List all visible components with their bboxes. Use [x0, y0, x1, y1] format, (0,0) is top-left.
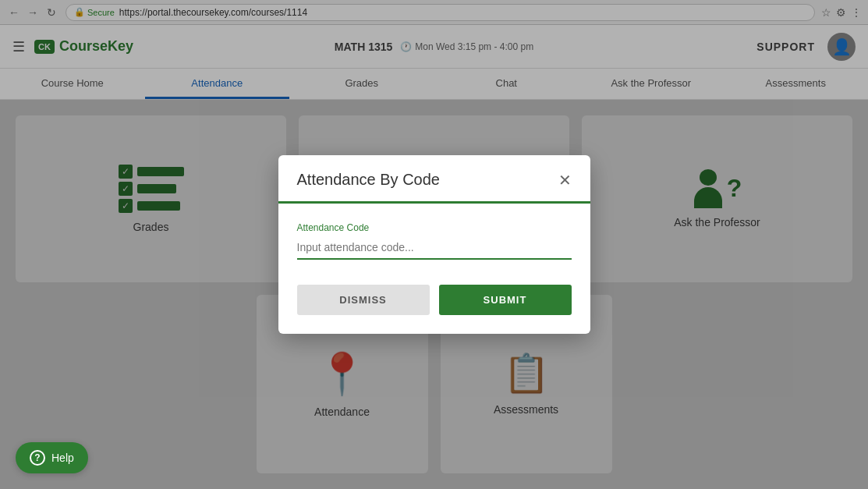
modal-body: Attendance Code — [278, 204, 590, 278]
modal-overlay: Attendance By Code ✕ Attendance Code DIS… — [0, 0, 868, 489]
help-label: Help — [51, 452, 74, 464]
help-button[interactable]: ? Help — [16, 442, 88, 473]
modal-title: Attendance By Code — [297, 171, 440, 189]
attendance-code-label: Attendance Code — [297, 222, 572, 233]
dismiss-button[interactable]: DISMISS — [297, 285, 430, 315]
submit-button[interactable]: SUBMIT — [439, 285, 572, 315]
attendance-code-input[interactable] — [297, 236, 572, 260]
help-circle-icon: ? — [30, 450, 45, 466]
modal-actions: DISMISS SUBMIT — [278, 278, 590, 334]
modal-header: Attendance By Code ✕ — [278, 155, 590, 204]
attendance-code-modal: Attendance By Code ✕ Attendance Code DIS… — [278, 155, 590, 334]
modal-close-button[interactable]: ✕ — [558, 172, 572, 188]
